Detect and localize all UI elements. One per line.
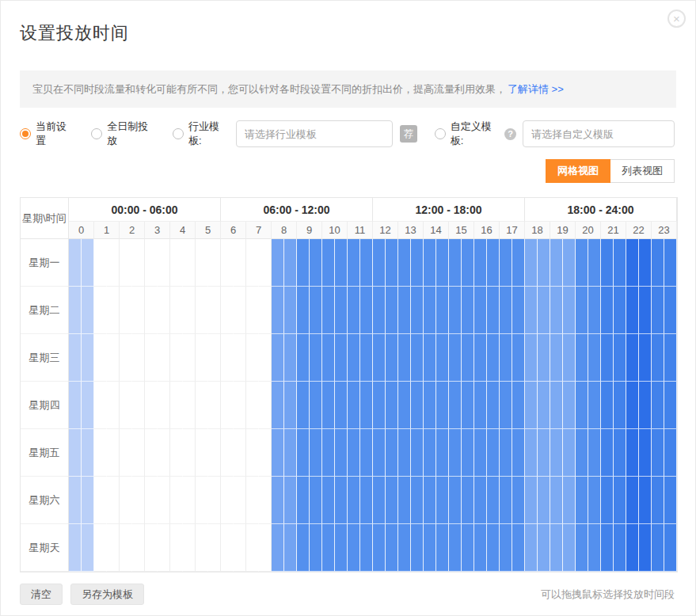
- time-slot-cell[interactable]: [601, 334, 614, 382]
- radio-industry-template[interactable]: 行业模板:: [173, 120, 230, 148]
- time-slot-cell[interactable]: [145, 334, 158, 382]
- time-slot-cell[interactable]: [449, 287, 462, 334]
- time-slot-cell[interactable]: [411, 239, 424, 287]
- time-slot-cell[interactable]: [120, 239, 132, 287]
- time-slot-cell[interactable]: [550, 429, 563, 477]
- time-slot-cell[interactable]: [588, 287, 601, 334]
- time-slot-cell[interactable]: [107, 429, 120, 477]
- time-slot-cell[interactable]: [69, 334, 82, 382]
- time-slot-cell[interactable]: [234, 429, 246, 477]
- radio-custom-template[interactable]: 自定义模板:: [435, 120, 501, 148]
- time-slot-cell[interactable]: [550, 239, 563, 287]
- time-slot-cell[interactable]: [474, 239, 487, 287]
- time-slot-cell[interactable]: [348, 239, 360, 287]
- time-slot-cell[interactable]: [234, 239, 246, 287]
- time-slot-cell[interactable]: [297, 287, 310, 334]
- time-slot-cell[interactable]: [82, 477, 94, 524]
- time-slot-cell[interactable]: [322, 382, 335, 429]
- time-slot-cell[interactable]: [398, 334, 411, 382]
- time-slot-cell[interactable]: [626, 287, 639, 334]
- time-slot-cell[interactable]: [639, 334, 652, 382]
- time-slot-cell[interactable]: [158, 239, 170, 287]
- time-slot-cell[interactable]: [500, 429, 512, 477]
- time-slot-cell[interactable]: [132, 477, 145, 524]
- time-slot-cell[interactable]: [259, 334, 272, 382]
- time-slot-cell[interactable]: [500, 477, 512, 524]
- time-slot-cell[interactable]: [576, 239, 588, 287]
- time-slot-cell[interactable]: [512, 287, 525, 334]
- time-slot-cell[interactable]: [158, 429, 170, 477]
- time-slot-cell[interactable]: [373, 334, 386, 382]
- save-as-template-button[interactable]: 另存为模板: [70, 584, 144, 605]
- time-slot-cell[interactable]: [360, 382, 373, 429]
- time-slot-cell[interactable]: [310, 239, 322, 287]
- time-slot-cell[interactable]: [360, 239, 373, 287]
- time-slot-cell[interactable]: [196, 334, 208, 382]
- time-slot-cell[interactable]: [424, 429, 436, 477]
- time-slot-cell[interactable]: [145, 524, 158, 572]
- time-slot-cell[interactable]: [69, 429, 82, 477]
- time-slot-cell[interactable]: [335, 524, 348, 572]
- time-slot-cell[interactable]: [272, 429, 284, 477]
- time-slot-cell[interactable]: [94, 334, 107, 382]
- time-slot-cell[interactable]: [183, 477, 196, 524]
- time-slot-cell[interactable]: [538, 287, 550, 334]
- time-slot-cell[interactable]: [107, 239, 120, 287]
- time-slot-cell[interactable]: [259, 524, 272, 572]
- time-slot-cell[interactable]: [272, 477, 284, 524]
- time-slot-cell[interactable]: [525, 239, 538, 287]
- time-slot-cell[interactable]: [246, 287, 259, 334]
- time-slot-cell[interactable]: [588, 429, 601, 477]
- time-slot-cell[interactable]: [234, 477, 246, 524]
- time-slot-cell[interactable]: [94, 287, 107, 334]
- time-slot-cell[interactable]: [360, 477, 373, 524]
- time-slot-cell[interactable]: [626, 429, 639, 477]
- time-slot-cell[interactable]: [348, 382, 360, 429]
- time-slot-cell[interactable]: [386, 239, 398, 287]
- time-slot-cell[interactable]: [132, 429, 145, 477]
- time-slot-cell[interactable]: [310, 287, 322, 334]
- time-slot-cell[interactable]: [132, 334, 145, 382]
- time-slot-cell[interactable]: [436, 524, 449, 572]
- time-slot-cell[interactable]: [474, 429, 487, 477]
- time-slot-cell[interactable]: [614, 382, 626, 429]
- time-slot-cell[interactable]: [196, 477, 208, 524]
- time-slot-cell[interactable]: [272, 287, 284, 334]
- time-slot-cell[interactable]: [550, 287, 563, 334]
- time-slot-cell[interactable]: [424, 477, 436, 524]
- time-slot-cell[interactable]: [614, 334, 626, 382]
- time-slot-cell[interactable]: [310, 524, 322, 572]
- time-slot-cell[interactable]: [588, 524, 601, 572]
- time-slot-cell[interactable]: [297, 334, 310, 382]
- time-slot-cell[interactable]: [601, 287, 614, 334]
- time-slot-cell[interactable]: [512, 239, 525, 287]
- time-slot-cell[interactable]: [310, 334, 322, 382]
- time-slot-cell[interactable]: [512, 477, 525, 524]
- time-slot-cell[interactable]: [449, 239, 462, 287]
- time-slot-cell[interactable]: [322, 429, 335, 477]
- time-slot-cell[interactable]: [436, 382, 449, 429]
- time-slot-cell[interactable]: [512, 334, 525, 382]
- time-slot-cell[interactable]: [348, 334, 360, 382]
- time-slot-cell[interactable]: [411, 334, 424, 382]
- time-slot-cell[interactable]: [158, 287, 170, 334]
- time-slot-cell[interactable]: [436, 429, 449, 477]
- time-slot-cell[interactable]: [626, 477, 639, 524]
- time-slot-cell[interactable]: [664, 524, 677, 572]
- time-slot-cell[interactable]: [120, 334, 132, 382]
- time-slot-cell[interactable]: [652, 382, 664, 429]
- custom-template-input[interactable]: [523, 120, 675, 147]
- learn-more-link[interactable]: 了解详情 >>: [508, 82, 564, 97]
- time-slot-cell[interactable]: [284, 429, 297, 477]
- clear-button[interactable]: 清空: [20, 584, 63, 605]
- time-slot-cell[interactable]: [398, 524, 411, 572]
- time-slot-cell[interactable]: [500, 382, 512, 429]
- time-slot-cell[interactable]: [107, 477, 120, 524]
- time-slot-cell[interactable]: [462, 524, 474, 572]
- time-slot-cell[interactable]: [563, 477, 576, 524]
- time-slot-cell[interactable]: [183, 382, 196, 429]
- time-slot-cell[interactable]: [196, 287, 208, 334]
- time-slot-cell[interactable]: [94, 382, 107, 429]
- time-slot-cell[interactable]: [322, 477, 335, 524]
- time-slot-cell[interactable]: [500, 287, 512, 334]
